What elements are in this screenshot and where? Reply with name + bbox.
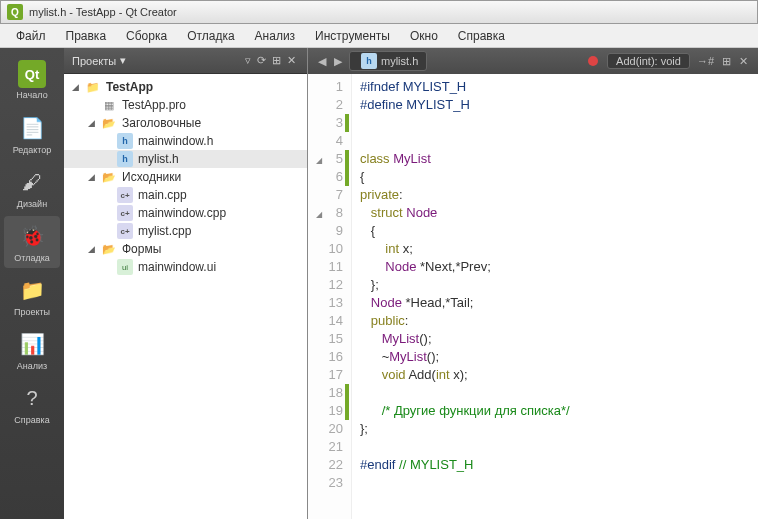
tree-headers-folder[interactable]: ◢📂Заголовочные (64, 114, 307, 132)
split-editor-icon[interactable]: ⊞ (722, 55, 731, 68)
open-file-tab[interactable]: h mylist.h (349, 51, 427, 71)
code-editor[interactable]: 1234567891011121314151617181920212223 #i… (308, 74, 758, 519)
code-line[interactable]: void Add(int x); (360, 366, 750, 384)
line-number: 1 (308, 78, 349, 96)
mode-label: Начало (16, 90, 47, 100)
menu-edit[interactable]: Правка (56, 26, 117, 46)
tree-header-file[interactable]: hmainwindow.h (64, 132, 307, 150)
dropdown-icon[interactable]: ▾ (120, 54, 126, 67)
tree-label: main.cpp (136, 188, 187, 202)
line-number: 6 (308, 168, 349, 186)
line-jump-icon[interactable]: →# (697, 55, 714, 67)
mode-проекты[interactable]: 📁Проекты (4, 270, 60, 322)
mode-отладка[interactable]: 🐞Отладка (4, 216, 60, 268)
tree-form-file[interactable]: uimainwindow.ui (64, 258, 307, 276)
symbol-selector[interactable]: Add(int): void (607, 53, 690, 69)
tree-source-file[interactable]: c+mylist.cpp (64, 222, 307, 240)
tree-forms-folder[interactable]: ◢📂Формы (64, 240, 307, 258)
folder-icon: 📂 (101, 241, 117, 257)
code-line[interactable]: ~MyList(); (360, 348, 750, 366)
project-panel: Проекты ▾ ▿ ⟳ ⊞ ✕ ◢📁TestApp▦TestApp.pro◢… (64, 48, 308, 519)
code-line[interactable]: #define MYLIST_H (360, 96, 750, 114)
menu-file[interactable]: Файл (6, 26, 56, 46)
mode-label: Проекты (14, 307, 50, 317)
mode-начало[interactable]: QtНачало (4, 54, 60, 106)
project-panel-header: Проекты ▾ ▿ ⟳ ⊞ ✕ (64, 48, 307, 74)
tree-label: TestApp (104, 80, 153, 94)
code-line[interactable] (360, 438, 750, 456)
mode-label: Дизайн (17, 199, 47, 209)
line-number: 10 (308, 240, 349, 258)
nav-fwd-icon[interactable]: ▶ (334, 55, 342, 68)
expand-icon[interactable]: ◢ (84, 172, 98, 182)
tree-label: Формы (120, 242, 161, 256)
code-line[interactable]: /* Другие функции для списка*/ (360, 402, 750, 420)
menu-bar: Файл Правка Сборка Отладка Анализ Инстру… (0, 24, 758, 48)
tree-source-file[interactable]: c+mainwindow.cpp (64, 204, 307, 222)
line-number: 7 (308, 186, 349, 204)
menu-analyze[interactable]: Анализ (245, 26, 306, 46)
split-icon[interactable]: ⊞ (272, 54, 281, 67)
mode-дизайн[interactable]: 🖌Дизайн (4, 162, 60, 214)
code-line[interactable]: #endif // MYLIST_H (360, 456, 750, 474)
code-line[interactable]: MyList(); (360, 330, 750, 348)
close-panel-icon[interactable]: ✕ (287, 54, 296, 67)
tree-root[interactable]: ◢📁TestApp (64, 78, 307, 96)
mode-label: Справка (14, 415, 49, 425)
code-line[interactable]: }; (360, 420, 750, 438)
mode-справка[interactable]: ?Справка (4, 378, 60, 430)
code-line[interactable]: private: (360, 186, 750, 204)
tree-source-file[interactable]: c+main.cpp (64, 186, 307, 204)
nav-back-icon[interactable]: ◀ (318, 55, 326, 68)
tree-header-file[interactable]: hmylist.h (64, 150, 307, 168)
code-line[interactable]: public: (360, 312, 750, 330)
line-number: 4 (308, 132, 349, 150)
line-number: 9 (308, 222, 349, 240)
project-tree: ◢📁TestApp▦TestApp.pro◢📂Заголовочныеhmain… (64, 74, 307, 519)
tree-pro-file[interactable]: ▦TestApp.pro (64, 96, 307, 114)
mode-редактор[interactable]: 📄Редактор (4, 108, 60, 160)
mode-icon: 📊 (17, 329, 47, 359)
mode-icon: 📁 (17, 275, 47, 305)
tree-label: mylist.h (136, 152, 179, 166)
tree-label: Исходники (120, 170, 181, 184)
expand-icon[interactable]: ◢ (84, 244, 98, 254)
code-line[interactable] (360, 114, 750, 132)
line-number: 13 (308, 294, 349, 312)
code-line[interactable]: Node *Head,*Tail; (360, 294, 750, 312)
menu-tools[interactable]: Инструменты (305, 26, 400, 46)
cpp-icon: c+ (117, 187, 133, 203)
expand-icon[interactable]: ◢ (68, 82, 82, 92)
filter-icon[interactable]: ▿ (245, 54, 251, 67)
mode-анализ[interactable]: 📊Анализ (4, 324, 60, 376)
code-line[interactable] (360, 474, 750, 492)
tree-label: mainwindow.ui (136, 260, 216, 274)
menu-help[interactable]: Справка (448, 26, 515, 46)
expand-icon[interactable]: ◢ (84, 118, 98, 128)
code-line[interactable]: { (360, 222, 750, 240)
code-line[interactable]: }; (360, 276, 750, 294)
code-line[interactable]: #ifndef MYLIST_H (360, 78, 750, 96)
menu-window[interactable]: Окно (400, 26, 448, 46)
app-icon: Q (7, 4, 23, 20)
tree-sources-folder[interactable]: ◢📂Исходники (64, 168, 307, 186)
menu-build[interactable]: Сборка (116, 26, 177, 46)
line-number: 8 (308, 204, 349, 222)
editor-toolbar: ◀ ▶ h mylist.h Add(int): void →# ⊞ ✕ (308, 48, 758, 74)
menu-debug[interactable]: Отладка (177, 26, 244, 46)
folder-icon: 📂 (101, 115, 117, 131)
close-editor-icon[interactable]: ✕ (739, 55, 748, 68)
code-line[interactable]: struct Node (360, 204, 750, 222)
code-line[interactable]: int x; (360, 240, 750, 258)
code-content[interactable]: #ifndef MYLIST_H#define MYLIST_Hclass My… (352, 74, 758, 519)
cpp-icon: c+ (117, 205, 133, 221)
code-line[interactable] (360, 384, 750, 402)
code-line[interactable]: class MyList (360, 150, 750, 168)
code-line[interactable] (360, 132, 750, 150)
breakpoint-icon (588, 56, 598, 66)
mode-icon: 📄 (17, 113, 47, 143)
line-number: 16 (308, 348, 349, 366)
code-line[interactable]: Node *Next,*Prev; (360, 258, 750, 276)
code-line[interactable]: { (360, 168, 750, 186)
sync-icon[interactable]: ⟳ (257, 54, 266, 67)
